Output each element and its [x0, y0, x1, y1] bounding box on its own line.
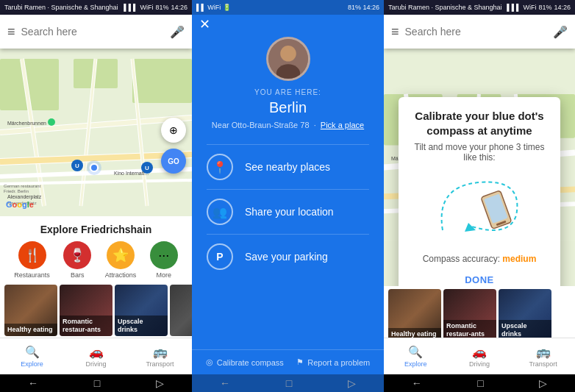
- system-nav-right: ← □ ▷: [384, 374, 575, 392]
- svg-text:Alexanderplatz: Alexanderplatz: [7, 194, 42, 200]
- time-right: 14:26: [554, 4, 571, 11]
- calibrate-animation: [410, 171, 549, 245]
- explore-icon-restaurants[interactable]: 🍴 Restaurants: [14, 241, 50, 279]
- status-bar-right: Tarubi Ramen · Spanische & Shanghai ▌▌▌ …: [384, 0, 575, 15]
- nav-transport-left[interactable]: 🚌 Transport: [128, 338, 192, 374]
- menu-item-share[interactable]: 👥 Share your location: [192, 190, 384, 234]
- nav-driving-left[interactable]: 🚗 Driving: [64, 338, 128, 374]
- svg-text:Friedr. Berlin: Friedr. Berlin: [4, 189, 29, 193]
- menu-item-parking[interactable]: P Save your parking: [192, 235, 384, 279]
- sys-home-right[interactable]: □: [477, 377, 483, 389]
- more-icon: ···: [150, 241, 178, 269]
- status-icons-middle: ▌▌ WiFi 🔋: [196, 4, 231, 11]
- calibrate-subtitle: Tilt and move your phone 3 times like th…: [410, 142, 549, 163]
- close-button-middle[interactable]: ✕: [199, 16, 210, 32]
- thumb-healthy-eating[interactable]: Healthy eating: [4, 285, 57, 336]
- explore-icon-more[interactable]: ··· More: [150, 241, 178, 279]
- nav-driving-right[interactable]: 🚗 Driving: [448, 338, 512, 374]
- avatar: [266, 37, 310, 81]
- driving-nav-icon: 🚗: [89, 345, 104, 359]
- restaurants-icon: 🍴: [18, 241, 46, 269]
- hamburger-menu-icon-right[interactable]: ≡: [391, 24, 399, 40]
- go-button-left[interactable]: GO: [161, 149, 186, 174]
- menu-item-nearby[interactable]: 📍 See nearby places: [192, 145, 384, 189]
- restaurants-label: Restaurants: [14, 271, 50, 279]
- nav-explore-right[interactable]: 🔍 Explore: [384, 338, 448, 374]
- svg-point-32: [280, 46, 296, 62]
- report-label: Report a problem: [307, 358, 370, 367]
- search-bar-right: ≡ 🎤: [384, 15, 575, 49]
- user-avatar-container: [192, 15, 384, 88]
- bars-label: Bars: [71, 271, 85, 279]
- go-label: GO: [168, 157, 179, 165]
- nav-transport-right[interactable]: 🚌 Transport: [511, 338, 575, 374]
- phone-motion-svg: [421, 171, 538, 245]
- mic-icon-right[interactable]: 🎤: [553, 25, 568, 39]
- transport-nav-label: Transport: [146, 360, 174, 368]
- share-location-label: Share your location: [245, 206, 334, 218]
- battery-right: 81%: [538, 4, 551, 11]
- explore-section-left: Explore Friedrichshain 🍴 Restaurants 🍷 B…: [0, 216, 192, 338]
- transport-nav-icon: 🚌: [153, 345, 168, 359]
- status-bar-middle: ▌▌ WiFi 🔋 81% 14:26: [192, 0, 384, 15]
- thumb-upscale[interactable]: Upscale drinks: [115, 285, 168, 336]
- wifi-icon: WiFi: [140, 4, 153, 11]
- sys-home-middle[interactable]: □: [286, 377, 292, 389]
- driving-nav-label: Driving: [85, 360, 106, 368]
- panel-middle: ▌▌ WiFi 🔋 81% 14:26 ✕ YOU ARE HERE: Berl…: [192, 0, 384, 392]
- sys-recent-left[interactable]: ▷: [156, 377, 164, 389]
- time-middle: 81% 14:26: [348, 4, 379, 11]
- thumb-label-upscale: Upscale drinks: [115, 316, 168, 336]
- bottom-nav-right: 🔍 Explore 🚗 Driving 🚌 Transport: [384, 338, 575, 374]
- sys-back-right[interactable]: ←: [412, 377, 422, 389]
- svg-rect-50: [484, 194, 508, 224]
- pick-place-link[interactable]: Pick a place: [321, 121, 364, 129]
- sys-recent-middle[interactable]: ▷: [348, 377, 356, 389]
- blue-footer: ◎ Calibrate compass ⚑ Report a problem: [192, 349, 384, 374]
- thumb-romantic-right[interactable]: Romantic restaur-ants: [443, 289, 496, 338]
- compass-button-left[interactable]: ⊕: [161, 118, 186, 143]
- sys-recent-right[interactable]: ▷: [539, 377, 547, 389]
- explore-title-left: Explore Friedrichshain: [0, 224, 192, 235]
- calibrate-dialog: Calibrate your blue dot's compass at any…: [399, 97, 560, 286]
- sys-back-middle[interactable]: ←: [220, 377, 230, 389]
- accuracy-prefix: Compass accuracy:: [423, 254, 500, 264]
- search-input-right[interactable]: [405, 26, 547, 38]
- done-button[interactable]: DONE: [410, 271, 549, 286]
- explore-icon-bars[interactable]: 🍷 Bars: [63, 241, 91, 279]
- accuracy-value: medium: [502, 254, 536, 264]
- explore-nav-icon-right: 🔍: [408, 345, 423, 359]
- share-location-icon: 👥: [207, 199, 233, 225]
- hamburger-menu-icon[interactable]: ≡: [7, 24, 15, 40]
- nearby-places-label: See nearby places: [245, 161, 330, 173]
- bottom-nav-left: 🔍 Explore 🚗 Driving 🚌 Transport: [0, 338, 192, 374]
- nearby-places-icon: 📍: [207, 154, 233, 180]
- svg-point-22: [48, 118, 55, 126]
- thumb-extra[interactable]: [170, 285, 192, 336]
- search-input-left[interactable]: [21, 26, 164, 38]
- status-bar-left: Tarubi Ramen · Spanische & Shanghai ▌▌▌ …: [0, 0, 192, 15]
- avatar-svg: [268, 37, 308, 81]
- sys-home-left[interactable]: □: [94, 377, 100, 389]
- svg-point-30: [90, 164, 98, 171]
- thumb-upscale-right[interactable]: Upscale drinks: [499, 289, 551, 338]
- report-problem-btn[interactable]: ⚑ Report a problem: [296, 357, 370, 367]
- explore-nav-icon: 🔍: [25, 345, 40, 359]
- status-icons-right: ▌▌▌ WiFi 81% 14:26: [507, 4, 571, 11]
- explore-icon-attractions[interactable]: ⭐ Attractions: [105, 241, 137, 279]
- calibrate-compass-btn[interactable]: ◎ Calibrate compass: [206, 357, 284, 367]
- carrier-right: Tarubi Ramen · Spanische & Shanghai: [388, 4, 502, 11]
- nav-explore-left[interactable]: 🔍 Explore: [0, 338, 64, 374]
- sys-back-left[interactable]: ←: [28, 377, 38, 389]
- attractions-label: Attractions: [105, 271, 137, 279]
- svg-text:German restaurant: German restaurant: [4, 184, 41, 188]
- location-address: Near Otto-Braun-Straße 78: [212, 121, 310, 129]
- thumb-romantic[interactable]: Romantic restaur-ants: [60, 285, 113, 336]
- thumb-label-romantic: Romantic restaur-ants: [60, 316, 113, 336]
- report-icon: ⚑: [296, 357, 304, 367]
- mic-icon-left[interactable]: 🎤: [170, 25, 185, 39]
- wifi-icon-right: WiFi: [523, 4, 536, 11]
- thumb-healthy-right[interactable]: Healthy eating: [388, 289, 441, 338]
- explore-icons-left: 🍴 Restaurants 🍷 Bars ⭐ Attractions ··· M…: [0, 241, 192, 279]
- system-nav-middle: ← □ ▷: [192, 374, 384, 392]
